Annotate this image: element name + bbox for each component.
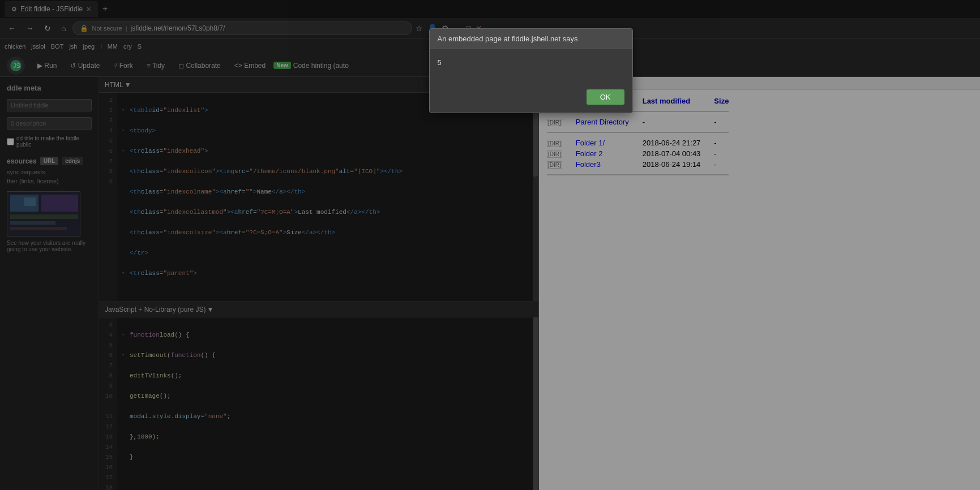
alert-title-bar: An embedded page at fiddle.jshell.net sa… [430,29,632,49]
alert-value: 5 [438,58,624,67]
alert-buttons: OK [430,85,632,113]
alert-body: 5 [430,49,632,85]
alert-dialog: An embedded page at fiddle.jshell.net sa… [429,28,633,113]
alert-ok-button[interactable]: OK [587,89,624,105]
